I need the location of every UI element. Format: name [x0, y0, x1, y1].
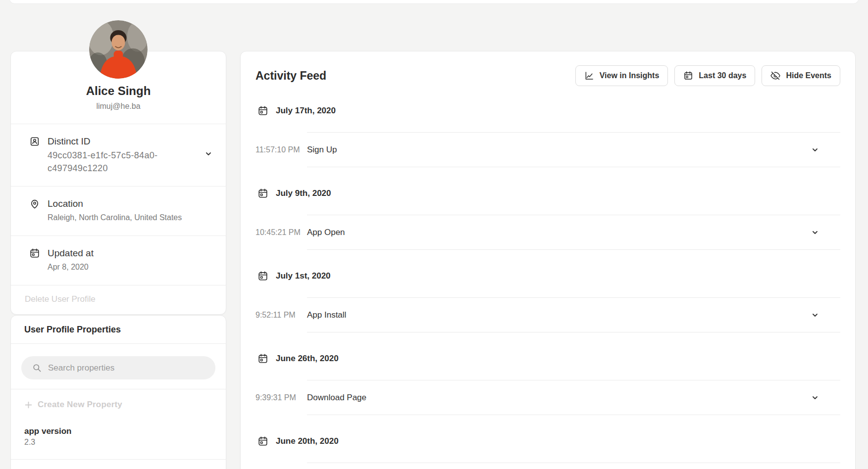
- chevron-down-icon[interactable]: [811, 394, 819, 402]
- event-row[interactable]: 10:45:21 PM App Open: [255, 215, 840, 250]
- location-pin-icon: [29, 198, 40, 209]
- distinct-id-chevron-down-icon[interactable]: [204, 150, 212, 158]
- plus-icon: [24, 401, 33, 409]
- feed-date-group: June 26th, 2020 9:39:31 PM Download Page: [255, 353, 840, 415]
- date-label: June 20th, 2020: [276, 436, 339, 446]
- event-time: [255, 463, 307, 469]
- hide-events-button[interactable]: Hide Events: [762, 65, 840, 86]
- property-item: app version 2.3: [24, 426, 212, 459]
- avatar: [89, 20, 148, 79]
- delete-user-profile-button[interactable]: Delete User Profile: [25, 294, 96, 304]
- event-row-partial: [255, 463, 840, 469]
- user-profile-properties-card: User Profile Properties Create New Prope…: [10, 315, 226, 469]
- distinct-id-section: Distinct ID 49cc0381-e1fc-57c5-84a0- c49…: [11, 124, 226, 186]
- calendar-icon: [257, 105, 268, 116]
- date-header: June 20th, 2020: [255, 435, 840, 447]
- view-in-insights-button[interactable]: View in Insights: [575, 65, 668, 86]
- date-label: July 17th, 2020: [276, 106, 336, 116]
- calendar-icon: [29, 248, 40, 259]
- activity-feed-card: Activity Feed View in Insights Last 30 d…: [240, 51, 856, 469]
- distinct-id-value-line1: 49cc0381-e1fc-57c5-84a0-: [48, 149, 157, 162]
- hide-events-label: Hide Events: [786, 71, 831, 80]
- calendar-icon: [257, 188, 268, 199]
- chevron-down-icon[interactable]: [811, 229, 819, 236]
- create-new-property-button[interactable]: Create New Property: [24, 400, 122, 410]
- event-row[interactable]: 9:39:31 PM Download Page: [255, 380, 840, 415]
- distinct-id-value-line2: c497949c1220: [48, 162, 157, 175]
- property-name: app version: [24, 426, 212, 437]
- search-properties-box[interactable]: [21, 356, 215, 379]
- location-value: Raleigh, North Carolina, United States: [48, 211, 182, 224]
- date-header: July 17th, 2020: [255, 105, 840, 117]
- feed-date-group: July 9th, 2020 10:45:21 PM App Open: [255, 188, 840, 250]
- feed-date-group: July 1st, 2020 9:52:11 PM App Install: [255, 270, 840, 332]
- activity-feed-title: Activity Feed: [255, 69, 326, 83]
- top-nav-bar-edge: [9, 0, 859, 4]
- profile-name: Alice Singh: [21, 84, 216, 98]
- event-time: 10:45:21 PM: [255, 215, 307, 250]
- date-label: July 1st, 2020: [276, 271, 331, 281]
- feed-date-group: July 17th, 2020 11:57:10 PM Sign Up: [255, 105, 840, 167]
- calendar-icon: [257, 353, 268, 364]
- event-time: 9:39:31 PM: [255, 380, 307, 415]
- properties-title: User Profile Properties: [24, 324, 212, 335]
- view-in-insights-label: View in Insights: [600, 71, 660, 80]
- updated-at-value: Apr 8, 2020: [48, 261, 94, 274]
- date-header: July 1st, 2020: [255, 270, 840, 282]
- distinct-id-label: Distinct ID: [48, 136, 157, 147]
- date-label: June 26th, 2020: [276, 354, 339, 364]
- property-value: 2.3: [24, 437, 212, 448]
- property-divider: [11, 459, 226, 460]
- updated-at-section: Updated at Apr 8, 2020: [11, 235, 226, 285]
- date-header: June 26th, 2020: [255, 353, 840, 365]
- calendar-icon: [257, 271, 268, 281]
- create-new-property-label: Create New Property: [38, 400, 122, 410]
- event-time: 9:52:11 PM: [255, 297, 307, 332]
- profile-email: limuj@he.ba: [21, 101, 216, 112]
- date-label: July 9th, 2020: [276, 188, 331, 198]
- location-label: Location: [48, 198, 182, 210]
- event-row[interactable]: 11:57:10 PM Sign Up: [255, 132, 840, 167]
- user-profile-card: Alice Singh limuj@he.ba Distinct ID 49cc…: [10, 51, 226, 315]
- feed-date-group: June 20th, 2020: [255, 435, 840, 469]
- id-badge-icon: [29, 136, 40, 147]
- chevron-down-icon[interactable]: [811, 146, 819, 154]
- calendar-icon: [257, 436, 268, 447]
- chevron-down-icon[interactable]: [811, 311, 819, 319]
- date-range-label: Last 30 days: [699, 71, 746, 80]
- event-time: 11:57:10 PM: [255, 132, 307, 167]
- event-name: App Open: [307, 228, 345, 237]
- event-name: Sign Up: [307, 145, 337, 155]
- line-chart-icon: [584, 71, 594, 81]
- calendar-icon: [683, 71, 693, 81]
- date-range-button[interactable]: Last 30 days: [674, 65, 755, 86]
- date-header: July 9th, 2020: [255, 188, 840, 199]
- location-section: Location Raleigh, North Carolina, United…: [11, 186, 226, 235]
- search-icon: [32, 363, 42, 373]
- event-row[interactable]: 9:52:11 PM App Install: [255, 297, 840, 332]
- search-properties-input[interactable]: [48, 363, 207, 373]
- updated-at-label: Updated at: [48, 247, 94, 259]
- event-name: App Install: [307, 310, 346, 320]
- delete-profile-row: Delete User Profile: [11, 285, 226, 314]
- event-name: Download Page: [307, 393, 366, 403]
- eye-off-icon: [770, 71, 780, 81]
